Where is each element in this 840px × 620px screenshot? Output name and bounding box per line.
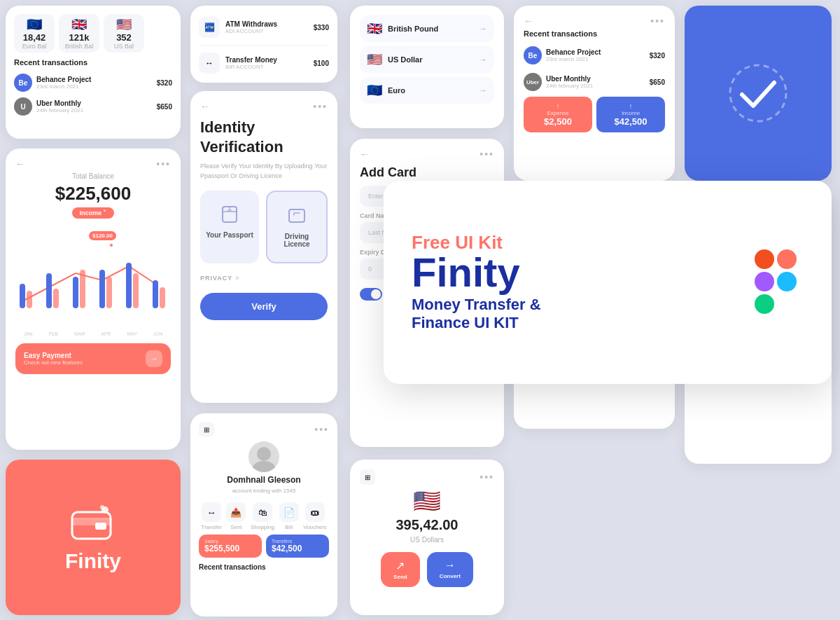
recent-txn-right-card: ← ••• Recent transactions Be Behance Pro… [514, 6, 675, 181]
save-card-toggle[interactable] [360, 288, 382, 301]
rt-behance-row: Be Behance Project 23rd march 2021 $320 [524, 43, 665, 67]
txn-row-uber: U Uber Monthly 24th february 2021 $650 [14, 95, 172, 118]
recent-txn-dots[interactable]: ••• [650, 15, 665, 27]
profile-avatar [248, 441, 279, 472]
gbp-flag-chip: 🇬🇧 121k British Bal [59, 14, 99, 53]
usd-amount: 352 [116, 32, 132, 43]
income-icon: ↑ [602, 102, 659, 110]
expense-btn[interactable]: ↑ Expense $2,500 [524, 97, 592, 132]
action-vouchers[interactable]: 🎟 Vouchers [303, 502, 326, 530]
send-icon: ↗ [396, 559, 405, 572]
addcard-nav: ← ••• [360, 149, 494, 160]
rt-uber-info: Uber Monthly 24th february 2021 [546, 75, 650, 89]
action-transfer[interactable]: ↔ Transfer [201, 502, 222, 530]
uber-name: Uber Monthly [36, 99, 157, 107]
profile-info: Domhnall Gleeson account ending with 154… [199, 441, 329, 494]
privacy-arrow: > [235, 275, 239, 282]
identity-subtitle: Please Verify Your Identity By Uploading… [200, 162, 328, 181]
recent-txn-nav: ← ••• [524, 15, 665, 27]
verify-button[interactable]: Verify [200, 293, 328, 320]
checkmark-card [685, 6, 832, 181]
gbp-currency-row[interactable]: 🇬🇧 British Pound → [360, 15, 494, 42]
atm-row: 🏧 ATM Withdraws ADI ACCOUNT $330 [199, 14, 329, 41]
privacy-row: PRIVACY > [200, 275, 328, 282]
income-label: Income [602, 110, 659, 116]
gbp-currency-left: 🇬🇧 British Pound [367, 21, 438, 36]
passport-option[interactable]: Your Passport [200, 191, 259, 263]
expense-label: Expense [529, 110, 587, 116]
promo-text-block: Free UI Kit Finity Money Transfer & Fina… [412, 233, 541, 333]
usd-currency-row[interactable]: 🇺🇸 US Dollar → [360, 46, 494, 73]
profile-dots[interactable]: ••• [314, 424, 329, 435]
easy-payment-btn[interactable]: Easy Payment Check out new features → [15, 343, 171, 374]
usd-sc-dots[interactable]: ••• [479, 471, 494, 483]
rt-behance-amount: $320 [650, 52, 665, 60]
rt-uber-amount: $650 [650, 78, 665, 86]
svg-rect-26 [755, 272, 774, 291]
rt-behance-name: Behance Project [546, 48, 650, 56]
behance-avatar: Be [14, 74, 32, 92]
eur-currency-row[interactable]: 🇪🇺 Euro → [360, 77, 494, 104]
easy-payment-sub: Check out new features [24, 359, 83, 366]
identity-dots[interactable]: ••• [313, 101, 328, 112]
svg-rect-14 [133, 273, 139, 308]
transfer-action-label: Transfer [201, 524, 222, 530]
txn-row-behance: Be Behance Project 23rd march 2021 $320 [14, 71, 172, 95]
euro-flag-icon: 🇪🇺 [27, 17, 42, 32]
usd-big-amount: 395,42.00 [396, 517, 458, 533]
easy-payment-text: Easy Payment Check out new features [24, 352, 83, 366]
svg-point-23 [253, 461, 275, 472]
income-btn[interactable]: ↑ Income $42,500 [596, 97, 665, 132]
transfers-label: Transfers [272, 539, 323, 544]
usd-sc-nav: ⊞ ••• [360, 469, 494, 485]
usd-flag-icon: 🇺🇸 [116, 17, 132, 32]
behance-amount: $320 [157, 79, 172, 87]
convert-btn[interactable]: → Convert [427, 552, 473, 587]
identity-back[interactable]: ← [200, 101, 210, 112]
addcard-dots[interactable]: ••• [479, 149, 494, 160]
svg-point-27 [777, 272, 797, 291]
uber-amount: $650 [157, 103, 172, 111]
eur-currency-left: 🇪🇺 Euro [367, 83, 405, 98]
svg-rect-11 [53, 289, 59, 308]
sent-action-icon: 📤 [226, 502, 246, 522]
euro-amount: 18,42 [23, 32, 46, 43]
easy-payment-icon: → [146, 350, 162, 367]
top-left-transactions-label: Recent transactions [14, 58, 172, 67]
recent-txn-back[interactable]: ← [524, 15, 533, 27]
euro-flag-chip: 🇪🇺 18,42 Euro Bal [14, 14, 55, 53]
month-may: MAY [127, 331, 137, 336]
action-bill[interactable]: 📄 Bill [279, 502, 299, 530]
rt-uber-row: Uber Uber Monthly 24th february 2021 $65… [524, 70, 665, 94]
svg-point-19 [100, 505, 104, 509]
usd-currency-arrow: → [479, 55, 487, 64]
svg-rect-20 [95, 523, 106, 530]
action-sent[interactable]: 📤 Sent [226, 502, 246, 530]
licence-option[interactable]: Driving Licence [266, 191, 328, 263]
total-balance-amount: $225,600 [15, 183, 171, 205]
usd-currency-left: 🇺🇸 US Dollar [367, 52, 423, 67]
svg-rect-10 [27, 291, 32, 308]
mini-balance-back[interactable]: ← [15, 158, 25, 170]
expense-icon: ↑ [529, 102, 587, 110]
salary-pill: Salary $255,500 [199, 535, 262, 558]
transfer-amount: $100 [314, 60, 329, 67]
promo-finity-label: Finity [412, 252, 541, 293]
income-badge[interactable]: Income ˅ [72, 207, 113, 219]
atm-info: ATM Withdraws ADI ACCOUNT [225, 20, 314, 34]
usd-flag-big: 🇺🇸 [413, 488, 441, 514]
transfer-name: Transfer Money [225, 56, 314, 64]
action-shopping[interactable]: 🛍 Shopping [251, 502, 274, 530]
bill-action-icon: 📄 [279, 502, 299, 522]
transfers-pill: Transfers $42,500 [266, 535, 329, 558]
eur-currency-name: Euro [388, 86, 405, 95]
privacy-text: PRIVACY [200, 275, 232, 282]
gbp-amount: 121k [69, 32, 90, 43]
mini-balance-dots[interactable]: ••• [156, 158, 171, 170]
convert-icon: → [444, 559, 456, 572]
send-btn[interactable]: ↗ Send [381, 552, 420, 587]
shopping-action-label: Shopping [251, 524, 274, 530]
chart-dot [108, 242, 114, 248]
licence-icon [287, 206, 307, 226]
addcard-back[interactable]: ← [360, 149, 370, 160]
